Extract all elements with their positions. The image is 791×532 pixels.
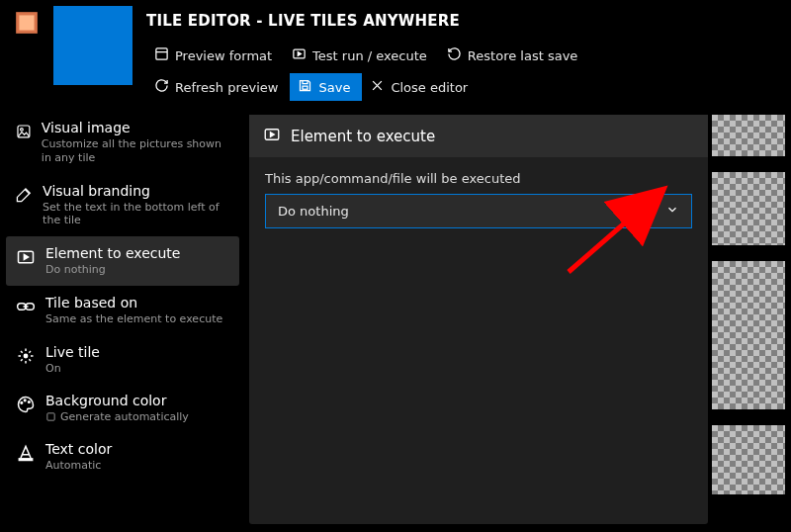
- preview-format-button[interactable]: Preview format: [146, 42, 284, 69]
- svg-point-11: [21, 402, 23, 404]
- sidebar-item-text-color[interactable]: Text colorAutomatic: [6, 432, 239, 482]
- app-icon: [14, 10, 40, 36]
- sidebar-item-sub: Customize all the pictures shown in any …: [42, 137, 229, 165]
- svg-point-12: [24, 399, 26, 401]
- sidebar-item-label: Background color: [45, 393, 189, 408]
- sidebar-item-label: Element to execute: [45, 245, 180, 261]
- image-icon: [16, 122, 32, 141]
- sidebar-item-background-color[interactable]: Background color Generate automatically: [6, 384, 239, 432]
- sidebar-item-sub: Same as the element to execute: [45, 312, 222, 326]
- layout-icon: [154, 46, 169, 64]
- execute-dropdown[interactable]: Do nothing: [265, 194, 692, 228]
- refresh-button[interactable]: Refresh preview: [146, 73, 290, 101]
- link-icon: [16, 297, 36, 316]
- test-run-button[interactable]: Test run / execute: [284, 42, 439, 69]
- sidebar-item-tile-based-on[interactable]: Tile based onSame as the element to exec…: [6, 286, 239, 335]
- refresh-icon: [154, 78, 169, 96]
- tool-label: Preview format: [175, 48, 272, 63]
- save-button[interactable]: Save: [290, 73, 362, 101]
- size-preview-large[interactable]: [712, 425, 785, 494]
- size-preview-wide[interactable]: [712, 261, 785, 409]
- svg-rect-4: [303, 86, 308, 89]
- execute-icon: [263, 126, 281, 146]
- tool-label: Close editor: [391, 80, 468, 95]
- sidebar-item-element-execute[interactable]: Element to executeDo nothing: [6, 236, 239, 286]
- undo-icon: [447, 46, 462, 64]
- restore-button[interactable]: Restore last save: [439, 42, 589, 69]
- svg-rect-2: [156, 48, 167, 59]
- execute-icon: [292, 46, 307, 64]
- header: TILE EDITOR - LIVE TILES ANYWHERE Previe…: [0, 0, 791, 107]
- tile-thumbnail: [53, 6, 132, 85]
- svg-rect-14: [47, 413, 54, 420]
- svg-rect-1: [19, 15, 34, 30]
- preview-column: [712, 107, 791, 532]
- sidebar-item-visual-branding[interactable]: Visual brandingSet the text in the botto…: [6, 174, 239, 237]
- execute-icon: [16, 247, 36, 267]
- svg-point-6: [21, 129, 24, 132]
- panel-header: Element to execute: [249, 115, 708, 157]
- app-title: TILE EDITOR - LIVE TILES ANYWHERE: [146, 12, 791, 30]
- save-icon: [298, 78, 312, 96]
- sidebar-item-label: Tile based on: [45, 295, 222, 310]
- close-button[interactable]: Close editor: [362, 73, 480, 101]
- svg-rect-15: [19, 459, 32, 461]
- tool-label: Refresh preview: [175, 80, 278, 95]
- sidebar-item-label: Visual branding: [43, 183, 229, 199]
- toolbar: Preview format Test run / execute Restor…: [146, 42, 791, 101]
- size-preview-small[interactable]: [712, 115, 785, 156]
- palette-icon: [16, 395, 36, 414]
- tool-label: Save: [318, 80, 350, 95]
- dropdown-label: This app/command/file will be executed: [265, 171, 692, 186]
- chevron-down-icon: [665, 203, 679, 220]
- size-preview-medium[interactable]: [712, 172, 785, 245]
- sidebar-item-label: Text color: [45, 441, 112, 457]
- sidebar-item-sub: Automatic: [45, 459, 112, 473]
- sidebar: Visual imageCustomize all the pictures s…: [0, 107, 245, 532]
- text-color-icon: [16, 443, 36, 463]
- tool-label: Test run / execute: [312, 48, 427, 63]
- sidebar-item-label: Live tile: [45, 344, 100, 360]
- sidebar-item-sub: On: [45, 362, 100, 376]
- svg-point-13: [29, 401, 31, 403]
- sidebar-item-sub: Set the text in the bottom left of the t…: [43, 201, 229, 228]
- main-panel: Element to execute This app/command/file…: [249, 115, 708, 524]
- sidebar-item-sub: Do nothing: [45, 263, 180, 277]
- sidebar-item-label: Visual image: [42, 120, 229, 135]
- close-icon: [370, 78, 385, 96]
- tool-label: Restore last save: [468, 48, 577, 63]
- dropdown-value: Do nothing: [278, 204, 349, 219]
- panel-title: Element to execute: [291, 128, 435, 145]
- svg-point-10: [24, 354, 27, 357]
- sidebar-item-visual-image[interactable]: Visual imageCustomize all the pictures s…: [6, 111, 239, 174]
- sidebar-item-sub-badge: Generate automatically: [45, 410, 189, 423]
- sparkle-icon: [16, 346, 36, 366]
- sidebar-item-live-tile[interactable]: Live tileOn: [6, 335, 239, 385]
- pen-icon: [16, 185, 33, 205]
